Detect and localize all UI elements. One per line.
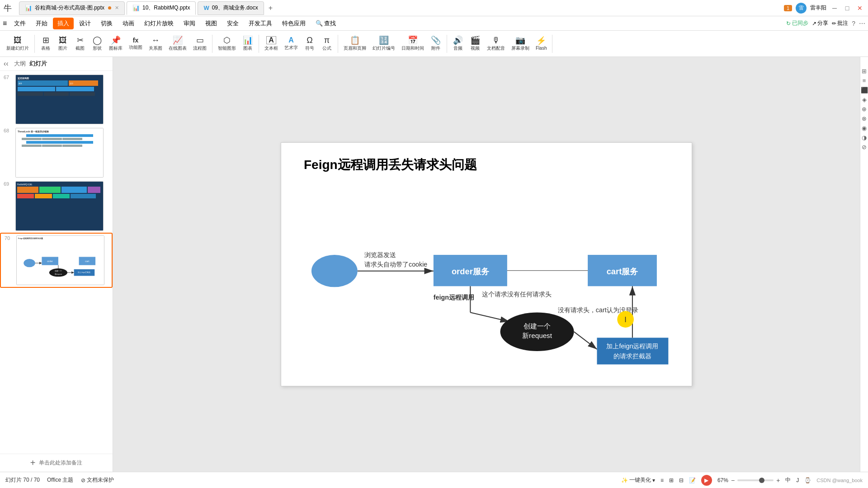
slide-item-68[interactable]: 68 ThreatLock-某一框架异步链路 xyxy=(0,126,113,179)
menu-file[interactable]: 文件 xyxy=(9,18,30,29)
menu-icon-hamburger[interactable]: ≡ xyxy=(3,19,7,28)
zoom-out-button[interactable]: − xyxy=(731,477,735,484)
view-mode-list[interactable]: ≡ xyxy=(660,477,664,483)
menu-insert[interactable]: 插入 xyxy=(53,18,74,29)
function-icon: fx xyxy=(133,37,138,43)
right-panel-icon-2[interactable]: ≡ xyxy=(863,77,866,84)
menu-start[interactable]: 开始 xyxy=(31,18,52,29)
chartmark-button[interactable]: 📌 图标库 xyxy=(106,35,125,53)
ime-zh[interactable]: 中 xyxy=(785,476,791,484)
arttext-icon: A xyxy=(288,37,294,44)
cursor-indicator: I xyxy=(624,315,627,324)
menu-switch[interactable]: 切换 xyxy=(96,18,117,29)
table-button[interactable]: ⊞ 表格 xyxy=(38,35,54,53)
menu-review[interactable]: 审阅 xyxy=(179,18,200,29)
panel-collapse-button[interactable]: ‹‹ xyxy=(4,60,9,68)
right-panel-icon-7[interactable]: ◉ xyxy=(862,125,867,131)
right-panel-icon-1[interactable]: ⊞ xyxy=(862,68,867,75)
tab-pptx-2[interactable]: 📊 10、RabbitMQ.pptx xyxy=(127,1,196,15)
slide-thumb-67: 监控架构图 服务 监控 xyxy=(15,75,104,124)
batch-button[interactable]: ✏ 批注 xyxy=(832,19,848,27)
menu-animate[interactable]: 动画 xyxy=(118,18,139,29)
slide-item-67[interactable]: 67 监控架构图 服务 监控 xyxy=(0,73,113,126)
shape-button[interactable]: ◯ 形状 xyxy=(89,35,105,53)
right-panel-icon-5[interactable]: ⊕ xyxy=(862,106,867,113)
interceptor-box xyxy=(597,338,668,364)
formula-button[interactable]: π 公式 xyxy=(319,35,335,53)
menu-search-btn[interactable]: 🔍 查找 xyxy=(311,18,340,29)
menu-devtools[interactable]: 开发工具 xyxy=(244,18,277,29)
left-panel: ‹‹ 大纲 幻灯片 67 监控架构图 服务 监控 xyxy=(0,57,113,472)
new-tab-button[interactable]: + xyxy=(266,4,275,12)
right-panel-icon-9[interactable]: ⊘ xyxy=(862,144,867,150)
panel-tab-outline[interactable]: 大纲 xyxy=(14,60,26,68)
menu-slideshow[interactable]: 幻灯片放映 xyxy=(140,18,178,29)
tab-icon-2: 📊 xyxy=(132,5,140,11)
minimize-button[interactable]: ─ xyxy=(830,4,839,13)
smart-figure-icon: ⬡ xyxy=(223,36,231,44)
flow-button[interactable]: ▭ 流程图 xyxy=(190,35,209,53)
menu-view[interactable]: 视图 xyxy=(201,18,222,29)
right-panel-icon-4[interactable]: ◈ xyxy=(862,96,867,103)
right-panel-icon-3[interactable]: ⬛ xyxy=(861,87,868,94)
menu-special[interactable]: 特色应用 xyxy=(278,18,310,29)
smart-figure-button[interactable]: ⬡ 智能图形 xyxy=(215,35,239,53)
maximize-button[interactable]: □ xyxy=(843,4,852,13)
relation-button[interactable]: ↔ 关系图 xyxy=(146,35,165,53)
browser-label-2: 请求头自动带了cookie xyxy=(364,261,427,268)
zoom-control: 67% − + xyxy=(717,477,780,484)
textbox-button[interactable]: A 文本框 xyxy=(262,35,281,53)
ime-en: J xyxy=(796,477,799,483)
tab-icon-3: W xyxy=(203,5,209,11)
share-button[interactable]: ↗ 分享 xyxy=(812,19,828,27)
panel-tab-slides[interactable]: 幻灯片 xyxy=(29,60,47,68)
tab-pptx-1[interactable]: 📊 谷粒商城-分布式高级-图.pptx ✕ xyxy=(19,1,125,15)
view-mode-notes[interactable]: 📝 xyxy=(689,477,696,483)
video-button[interactable]: 🎬 视频 xyxy=(467,35,483,53)
attach-button[interactable]: 📎 附件 xyxy=(428,35,444,53)
close-button[interactable]: ✕ xyxy=(855,4,864,13)
audio-button[interactable]: 🔊 音频 xyxy=(450,35,466,53)
flash-button[interactable]: ⚡ Flash xyxy=(533,35,549,52)
view-mode-thumb[interactable]: ⊞ xyxy=(669,477,674,483)
new-slide-group: 🖼 新建幻灯片 xyxy=(4,35,35,53)
browser-ellipse xyxy=(311,255,358,287)
header-footer-button[interactable]: 📋 页眉和页脚 xyxy=(341,35,369,53)
tab-docx-3[interactable]: W 09、商城业务.docx xyxy=(198,1,264,15)
zoom-in-button[interactable]: + xyxy=(776,477,780,484)
right-panel-icon-8[interactable]: ◑ xyxy=(862,134,867,141)
symbol-button[interactable]: Ω 符号 xyxy=(302,35,318,53)
slide-num-67: 67 xyxy=(4,75,13,80)
view-mode-grid[interactable]: ⊟ xyxy=(679,477,684,483)
slide-num-button[interactable]: 🔢 幻灯片编号 xyxy=(370,35,398,53)
menu-design[interactable]: 设计 xyxy=(75,18,95,29)
tab-close-1[interactable]: ✕ xyxy=(115,5,119,11)
slide-item-69[interactable]: 69 RabbitMQ结构 xyxy=(0,179,113,233)
sync-icon: ↻ xyxy=(786,20,791,27)
image-button[interactable]: 🖼 图片 xyxy=(55,35,71,53)
zoom-slider[interactable] xyxy=(737,479,774,481)
function-button[interactable]: fx 功能图 xyxy=(126,36,145,52)
user-area: 1 雷 雷丰阳 ─ □ ✕ xyxy=(784,3,864,14)
play-button[interactable]: ▶ xyxy=(701,475,712,486)
docmatch-button[interactable]: 🎙 文档配音 xyxy=(484,35,508,53)
add-slide-button[interactable]: + 单击此处添加备注 xyxy=(0,454,113,472)
more-button[interactable]: ⋯ xyxy=(859,20,865,27)
beautify-button[interactable]: ✨ 一键美化 ▾ xyxy=(621,476,655,484)
menu-security[interactable]: 安全 xyxy=(222,18,243,29)
chart-button[interactable]: 📊 图表 xyxy=(240,35,256,53)
online-chart-icon: 📈 xyxy=(173,36,183,44)
toolbar: 🖼 新建幻灯片 ⊞ 表格 🖼 图片 ✂ 截图 ◯ 形状 📌 图标库 fx 功能图 xyxy=(0,31,868,57)
beautify-dropdown-icon: ▾ xyxy=(652,477,655,483)
screenshot-button[interactable]: ✂ 截图 xyxy=(72,35,88,53)
datetime-button[interactable]: 📅 日期和时间 xyxy=(399,35,427,53)
smart-group: ⬡ 智能图形 📊 图表 xyxy=(215,35,259,53)
interceptor-line1: 加上feign远程调用 xyxy=(606,343,658,350)
slide-item-70[interactable]: 70 Feign远程调用丢失请求头问题 order cart xyxy=(0,233,113,288)
arttext-button[interactable]: A 艺术字 xyxy=(282,35,301,52)
screenrecord-button[interactable]: 📷 屏幕录制 xyxy=(509,35,532,53)
right-panel-icon-6[interactable]: ⊗ xyxy=(862,115,867,122)
help-button[interactable]: ? xyxy=(852,20,855,27)
online-chart-button[interactable]: 📈 在线图表 xyxy=(166,35,189,53)
new-slide-button[interactable]: 🖼 新建幻灯片 xyxy=(4,35,32,53)
